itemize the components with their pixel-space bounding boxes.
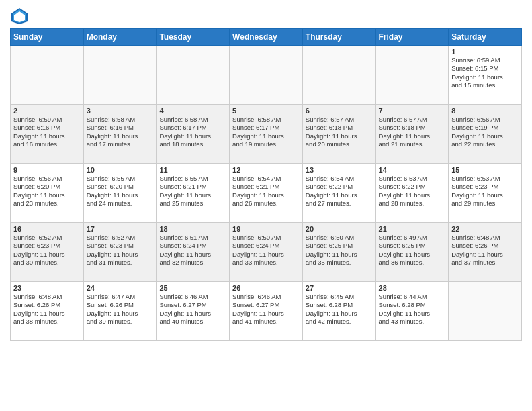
day-info: and 26 minutes. bbox=[232, 199, 300, 208]
day-number: 17 bbox=[87, 225, 154, 233]
calendar-cell bbox=[11, 46, 84, 105]
day-info: Sunrise: 6:51 AM bbox=[159, 234, 226, 242]
calendar-cell: 27Sunrise: 6:45 AMSunset: 6:28 PMDayligh… bbox=[302, 282, 375, 341]
day-info: Sunset: 6:24 PM bbox=[232, 242, 300, 250]
calendar-cell: 20Sunrise: 6:50 AMSunset: 6:25 PMDayligh… bbox=[302, 223, 375, 282]
day-info: and 30 minutes. bbox=[13, 259, 81, 267]
day-info: Sunset: 6:23 PM bbox=[13, 242, 81, 250]
day-header-thursday: Thursday bbox=[302, 29, 375, 46]
day-info: Daylight: 11 hours bbox=[87, 191, 154, 199]
day-info: Sunrise: 6:49 AM bbox=[379, 234, 446, 242]
day-number: 7 bbox=[379, 107, 446, 115]
day-info: Sunset: 6:23 PM bbox=[451, 183, 519, 191]
calendar-week-0: 1Sunrise: 6:59 AMSunset: 6:15 PMDaylight… bbox=[11, 46, 522, 105]
day-info: Sunrise: 6:52 AM bbox=[87, 234, 154, 242]
day-info: Sunset: 6:18 PM bbox=[379, 124, 446, 132]
calendar-week-2: 9Sunrise: 6:56 AMSunset: 6:20 PMDaylight… bbox=[11, 164, 522, 223]
day-info: Daylight: 11 hours bbox=[379, 191, 446, 199]
day-number: 5 bbox=[232, 107, 300, 115]
day-number: 8 bbox=[451, 107, 519, 115]
day-info: Sunrise: 6:56 AM bbox=[13, 175, 81, 183]
day-info: Sunrise: 6:53 AM bbox=[451, 175, 519, 183]
day-info: Sunset: 6:20 PM bbox=[87, 183, 154, 191]
calendar-cell bbox=[375, 46, 449, 105]
day-info: and 35 minutes. bbox=[306, 259, 373, 267]
day-info: Sunrise: 6:57 AM bbox=[379, 116, 446, 124]
day-info: Daylight: 11 hours bbox=[379, 310, 446, 318]
day-info: Sunset: 6:28 PM bbox=[379, 301, 446, 309]
day-info: and 18 minutes. bbox=[159, 140, 226, 148]
calendar-cell: 22Sunrise: 6:48 AMSunset: 6:26 PMDayligh… bbox=[449, 223, 522, 282]
header bbox=[10, 7, 522, 26]
day-info: and 38 minutes. bbox=[13, 318, 81, 326]
day-number: 14 bbox=[379, 166, 446, 174]
day-info: Sunrise: 6:50 AM bbox=[232, 234, 300, 242]
day-number: 28 bbox=[379, 284, 446, 292]
day-info: and 29 minutes. bbox=[451, 199, 519, 208]
day-info: Daylight: 11 hours bbox=[451, 250, 519, 259]
day-info: Sunrise: 6:59 AM bbox=[13, 116, 81, 124]
day-info: and 33 minutes. bbox=[232, 259, 300, 267]
day-info: Sunset: 6:26 PM bbox=[87, 301, 154, 309]
day-info: Sunrise: 6:58 AM bbox=[159, 116, 226, 124]
day-info: Sunset: 6:15 PM bbox=[451, 64, 519, 73]
calendar-cell: 3Sunrise: 6:58 AMSunset: 6:16 PMDaylight… bbox=[83, 105, 157, 164]
day-info: and 37 minutes. bbox=[451, 259, 519, 267]
calendar-cell: 6Sunrise: 6:57 AMSunset: 6:18 PMDaylight… bbox=[302, 105, 375, 164]
day-info: Sunset: 6:25 PM bbox=[379, 242, 446, 250]
calendar-cell: 11Sunrise: 6:55 AMSunset: 6:21 PMDayligh… bbox=[157, 164, 230, 223]
logo-icon bbox=[10, 7, 29, 26]
day-info: Daylight: 11 hours bbox=[306, 191, 373, 199]
day-info: Sunrise: 6:54 AM bbox=[232, 175, 300, 183]
day-info: and 24 minutes. bbox=[87, 199, 154, 208]
day-info: Sunrise: 6:52 AM bbox=[13, 234, 81, 242]
calendar-week-4: 23Sunrise: 6:48 AMSunset: 6:26 PMDayligh… bbox=[11, 282, 522, 341]
day-info: Daylight: 11 hours bbox=[232, 191, 300, 199]
day-info: Sunrise: 6:46 AM bbox=[232, 293, 300, 301]
calendar-table: SundayMondayTuesdayWednesdayThursdayFrid… bbox=[10, 28, 522, 341]
calendar-cell: 1Sunrise: 6:59 AMSunset: 6:15 PMDaylight… bbox=[449, 46, 522, 105]
day-info: and 20 minutes. bbox=[306, 140, 373, 148]
day-number: 19 bbox=[232, 225, 300, 233]
day-info: and 25 minutes. bbox=[159, 199, 226, 208]
day-info: Sunrise: 6:56 AM bbox=[451, 116, 519, 124]
day-info: Sunset: 6:26 PM bbox=[13, 301, 81, 309]
day-info: Sunset: 6:18 PM bbox=[306, 124, 373, 132]
calendar-cell: 5Sunrise: 6:58 AMSunset: 6:17 PMDaylight… bbox=[230, 105, 303, 164]
day-info: Sunset: 6:23 PM bbox=[87, 242, 154, 250]
day-info: Daylight: 11 hours bbox=[159, 250, 226, 259]
day-header-friday: Friday bbox=[375, 29, 449, 46]
calendar-cell: 17Sunrise: 6:52 AMSunset: 6:23 PMDayligh… bbox=[83, 223, 157, 282]
calendar-cell: 21Sunrise: 6:49 AMSunset: 6:25 PMDayligh… bbox=[375, 223, 449, 282]
day-info: Sunset: 6:21 PM bbox=[232, 183, 300, 191]
day-info: and 23 minutes. bbox=[13, 199, 81, 208]
day-info: and 15 minutes. bbox=[451, 81, 519, 89]
day-info: Sunrise: 6:44 AM bbox=[379, 293, 446, 301]
day-info: Sunset: 6:27 PM bbox=[159, 301, 226, 309]
day-number: 20 bbox=[306, 225, 373, 233]
day-info: and 41 minutes. bbox=[232, 318, 300, 326]
day-info: and 40 minutes. bbox=[159, 318, 226, 326]
day-info: and 39 minutes. bbox=[87, 318, 154, 326]
day-header-wednesday: Wednesday bbox=[230, 29, 303, 46]
day-info: Sunset: 6:25 PM bbox=[306, 242, 373, 250]
day-info: Daylight: 11 hours bbox=[451, 191, 519, 199]
day-info: Daylight: 11 hours bbox=[232, 310, 300, 318]
day-info: Daylight: 11 hours bbox=[13, 132, 81, 140]
logo bbox=[10, 7, 32, 26]
calendar-cell: 18Sunrise: 6:51 AMSunset: 6:24 PMDayligh… bbox=[157, 223, 230, 282]
calendar-cell bbox=[230, 46, 303, 105]
day-info: and 17 minutes. bbox=[87, 140, 154, 148]
day-info: Daylight: 11 hours bbox=[306, 132, 373, 140]
day-info: Daylight: 11 hours bbox=[451, 73, 519, 81]
calendar-cell: 4Sunrise: 6:58 AMSunset: 6:17 PMDaylight… bbox=[157, 105, 230, 164]
day-number: 18 bbox=[159, 225, 226, 233]
day-info: Sunrise: 6:55 AM bbox=[87, 175, 154, 183]
day-number: 15 bbox=[451, 166, 519, 174]
day-number: 10 bbox=[87, 166, 154, 174]
day-info: Sunset: 6:21 PM bbox=[159, 183, 226, 191]
day-info: and 27 minutes. bbox=[306, 199, 373, 208]
calendar-cell: 19Sunrise: 6:50 AMSunset: 6:24 PMDayligh… bbox=[230, 223, 303, 282]
calendar-cell bbox=[157, 46, 230, 105]
day-info: Sunrise: 6:55 AM bbox=[159, 175, 226, 183]
